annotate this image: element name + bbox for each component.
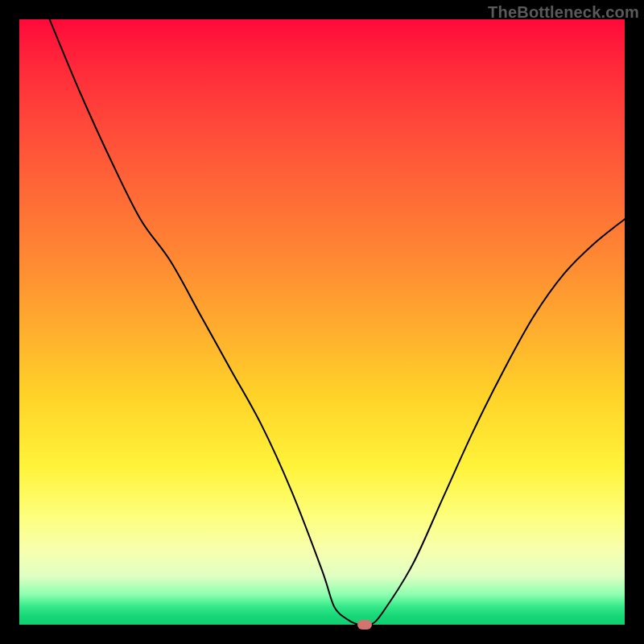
- minimum-marker: [357, 620, 372, 630]
- watermark-text: TheBottleneck.com: [488, 3, 639, 22]
- plot-area: [19, 19, 625, 625]
- chart-stage: TheBottleneck.com: [0, 0, 644, 644]
